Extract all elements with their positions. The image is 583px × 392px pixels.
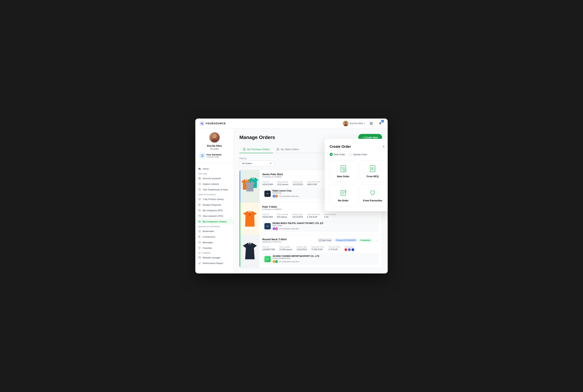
sidebar-item-performance-report[interactable]: Performance Report [195,260,234,266]
order-detail-quantity-3: Order quantity 19.500 pieces [279,246,292,251]
supplier-info-2: DESMA MODA TEKSTİL SANAYİ TİCARET LTD. Ş… [272,222,377,230]
svg-point-27 [199,204,200,205]
sidebar-connections-label: Connections [203,236,215,238]
sidebar-item-my-orders[interactable]: My Company's Orders [195,219,234,224]
company-logo [200,153,205,158]
page-title: Manage Orders [240,135,275,140]
order-info-1: Gents Polo Shirt In Review on 31/08/23 [262,173,283,180]
re-order-label: Re-Order [338,199,349,202]
notifications-button[interactable]: 1 [377,120,384,126]
company-rfq-icon [198,209,201,212]
create-order-panel: Create Order ✕ Bulk Order Sample Order [325,139,388,211]
sidebar-section-explore: Explore [195,172,234,176]
panel-option-from-rfq[interactable]: $ From RFQ [359,160,386,182]
sidebar-item-favorites[interactable]: Favorites [195,245,234,251]
company-name: Four Garments [206,154,222,156]
order-title-2: Polo T-Shirt [262,205,281,208]
order-image-3 [240,235,260,268]
sidebar-item-messages[interactable]: Messages [195,240,234,245]
sidebar-item-home[interactable]: Home [195,166,234,172]
quantity-label-1: Order quantity [277,181,288,183]
tab-purchase-orders[interactable]: My Purchase Orders [240,146,273,153]
sidebar-messages-label: Messages [203,241,213,244]
supplier-info-3: JIAXING YUSHING IMPORT&EXPORT CO., LTD J… [272,255,377,263]
sidebar-item-bookmarks[interactable]: Bookmarks [195,228,234,234]
price-value-3: 73.905 EUR [311,248,324,251]
svg-rect-4 [370,122,371,123]
sidebar-item-website-manager[interactable]: Website manager [195,255,234,260]
sidebar-item-discover-products[interactable]: Discover products [195,176,234,181]
radio-sample-label: Sample Order [353,153,367,156]
order-id-label-2: Order ID [262,214,273,216]
tab-purchase-orders-label: My Purchase Orders [247,148,270,151]
sidebar-item-design-requests[interactable]: Designs Requests [195,202,234,208]
messages-icon [198,241,201,244]
avatar-stack-2: C D [272,227,278,230]
svg-rect-19 [198,189,200,190]
price-value-2: 3.193 EUR [307,216,320,218]
panel-option-re-order[interactable]: Re-Order [330,184,357,206]
filter-select[interactable]: All Orders [240,160,274,166]
svg-rect-12 [202,156,203,157]
main-layout: Eva Da Silva My profile Four Garments Co… [195,128,388,274]
sidebar-item-connections[interactable]: Connections [195,234,234,240]
order-id-label-1: Order ID [262,181,273,183]
price-label-1: Total Order Price [307,181,320,183]
svg-text:$: $ [372,168,373,170]
website-manager-icon [198,256,201,259]
company-row[interactable]: Four Garments Company profile [198,152,231,160]
sidebar-item-tradeshows[interactable]: Visit Tradeshows & Hubs [195,187,234,192]
svg-rect-5 [372,122,372,123]
close-icon: ✕ [382,145,385,148]
svg-point-39 [199,257,200,257]
radio-sample-order[interactable]: Sample Order [348,153,367,156]
svg-rect-7 [372,124,372,125]
order-detail-delivery-1: Delivery date 10/12/2023 [292,181,303,186]
more-options-button-3[interactable]: ··· [374,238,379,243]
sidebar-explore-network-label: Explore network [203,183,219,185]
panel-option-from-favourites[interactable]: From Favourites [359,184,386,206]
panel-options-grid: New Order $ From RFQ [330,160,386,206]
svg-point-9 [211,139,218,143]
tab-sales-orders[interactable]: My Sales Orders [273,146,302,153]
order-date-3: Delivered on 31/07/23 [262,241,286,243]
grid-view-button[interactable] [368,120,374,126]
sidebar-item-product-library[interactable]: 1 My Product Library [195,196,234,202]
sidebar-company-rfq-label: My company's RFQ [203,209,222,212]
sidebar-my-orders-label: My Company's Orders [203,220,227,223]
purchase-orders-tab-icon [243,148,246,151]
order-type-row: Bulk Order Sample Order [330,153,386,156]
top-bar-right: Eva Da Silva ▾ 1 [343,120,384,126]
sidebar-home-label: Home [203,168,209,170]
connections-icon [198,235,201,238]
colourways-label-3: Colourways [344,246,354,248]
my-profile-link[interactable]: My profile [198,148,231,150]
new-order-label: New Order [337,175,350,178]
from-favourites-label: From Favourites [363,199,382,202]
favorites-icon [198,246,201,249]
order-detail-price-1: Total Order Price 9060 EUR [307,181,320,186]
filter-chevron-icon [270,163,272,164]
svg-rect-30 [198,215,200,217]
order-id-value-2: #43412069 [262,216,273,218]
sidebar-item-network-rfq[interactable]: View network's RFQ [195,213,234,219]
ppp-value-2: 5,15 [324,216,336,218]
panel-close-button[interactable]: ✕ [381,144,386,149]
tag-completed-3: Completed [359,239,372,242]
svg-rect-47 [249,214,251,216]
sales-orders-tab-icon [276,148,279,151]
panel-option-new-order[interactable]: New Order [330,160,357,182]
supplier-location-3: Jiaxing Zhejiang,China [272,257,377,259]
colour-dot-red [344,248,347,251]
order-detail-colourways-3: Colourways [344,246,354,251]
svg-line-18 [199,184,200,185]
notification-badge: 1 [381,120,384,122]
supplier-logo-3: YS [264,256,271,262]
radio-bulk-order[interactable]: Bulk Order [330,153,345,156]
sidebar-item-explore-network[interactable]: Explore network [195,181,234,187]
svg-point-35 [200,236,200,236]
order-date-1: In Review on 31/08/23 [262,176,283,178]
user-dropdown[interactable]: Eva Da Silva ▾ [343,121,365,126]
sidebar-item-company-rfq[interactable]: My company's RFQ [195,208,234,213]
tab-sales-orders-label: My Sales Orders [281,148,299,151]
